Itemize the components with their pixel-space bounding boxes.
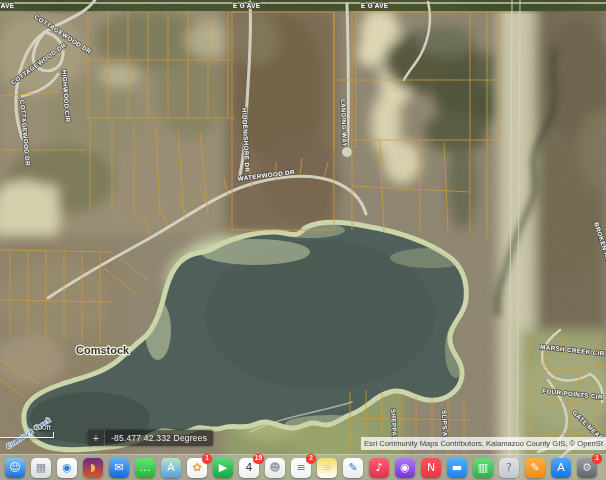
photos-glyph: ✿ bbox=[192, 462, 201, 473]
dock-mail-icon[interactable]: ✉ bbox=[109, 458, 129, 478]
scale-bar: 600ft bbox=[0, 423, 54, 438]
missing-app-glyph: ? bbox=[506, 462, 512, 473]
reminders-notification-badge: 2 bbox=[306, 454, 316, 464]
map-attribution: Esri Community Maps Contributors, Kalama… bbox=[361, 437, 606, 450]
contacts-glyph: ☻ bbox=[269, 462, 280, 473]
keynote-glyph: ▬ bbox=[452, 462, 462, 473]
coordinate-mode-button[interactable]: + bbox=[88, 430, 105, 446]
calendar-notification-badge: 19 bbox=[253, 454, 264, 464]
dock-contacts-icon[interactable]: ☻ bbox=[265, 458, 285, 478]
coordinate-readout: -85.477 42.332 Degrees bbox=[105, 430, 213, 446]
calendar-glyph: 4 bbox=[246, 462, 253, 473]
reminders-glyph: ≡ bbox=[296, 462, 305, 473]
dock-settings-icon[interactable]: ⚙1 bbox=[577, 458, 597, 478]
scale-bar-line bbox=[0, 432, 54, 438]
desktop-screen: E G AVE E G AVE E G AVE COTTAGEWOOD DR C… bbox=[0, 0, 606, 480]
dock-numbers-icon[interactable]: ▥ bbox=[473, 458, 493, 478]
dock-facetime-icon[interactable]: ▶ bbox=[213, 458, 233, 478]
facetime-glyph: ▶ bbox=[219, 462, 227, 473]
dock-news-icon[interactable]: N bbox=[421, 458, 441, 478]
messages-glyph: … bbox=[140, 462, 151, 473]
launchpad-glyph: ▦ bbox=[36, 462, 46, 473]
dock-textedit-icon[interactable]: ✎ bbox=[343, 458, 363, 478]
imagery-grain-2 bbox=[0, 0, 606, 480]
dock-photos-icon[interactable]: ✿1 bbox=[187, 458, 207, 478]
appstore-glyph: A bbox=[557, 462, 565, 473]
textedit-glyph: ✎ bbox=[348, 462, 357, 473]
dock-finder-icon[interactable]: ☺ bbox=[5, 458, 25, 478]
maps-glyph: A bbox=[167, 462, 175, 473]
dock-keynote-icon[interactable]: ▬ bbox=[447, 458, 467, 478]
firefox-glyph: ◗ bbox=[90, 462, 96, 473]
dock-messages-icon[interactable]: … bbox=[135, 458, 155, 478]
notes-glyph: ≡ bbox=[322, 462, 331, 473]
dock-missing-app-icon[interactable]: ? bbox=[499, 458, 519, 478]
dock-maps-icon[interactable]: A bbox=[161, 458, 181, 478]
dock-calendar-icon[interactable]: 419 bbox=[239, 458, 259, 478]
photos-notification-badge: 1 bbox=[202, 454, 212, 464]
music-glyph: ♪ bbox=[375, 462, 382, 473]
dock-podcasts-icon[interactable]: ◉ bbox=[395, 458, 415, 478]
dock-firefox-icon[interactable]: ◗ bbox=[83, 458, 103, 478]
dock-appstore-icon[interactable]: A bbox=[551, 458, 571, 478]
dock-music-icon[interactable]: ♪ bbox=[369, 458, 389, 478]
dock-launchpad-icon[interactable]: ▦ bbox=[31, 458, 51, 478]
map-canvas[interactable]: E G AVE E G AVE E G AVE COTTAGEWOOD DR C… bbox=[0, 0, 606, 480]
finder-glyph: ☺ bbox=[9, 462, 20, 473]
dock-pages-icon[interactable]: ✎ bbox=[525, 458, 545, 478]
dock-reminders-icon[interactable]: ≡2 bbox=[291, 458, 311, 478]
dock: ☺▦◉◗✉…A✿1▶419☻≡2≡✎♪◉N▬▥?✎A⚙1 bbox=[0, 454, 606, 480]
scale-bar-label: 600ft bbox=[0, 423, 54, 432]
numbers-glyph: ▥ bbox=[478, 462, 488, 473]
podcasts-glyph: ◉ bbox=[400, 462, 410, 473]
safari-glyph: ◉ bbox=[62, 462, 72, 473]
settings-glyph: ⚙ bbox=[582, 462, 592, 473]
pages-glyph: ✎ bbox=[530, 462, 539, 473]
dock-safari-icon[interactable]: ◉ bbox=[57, 458, 77, 478]
coordinate-widget: + -85.477 42.332 Degrees bbox=[88, 430, 213, 446]
news-glyph: N bbox=[427, 462, 435, 473]
settings-notification-badge: 1 bbox=[592, 454, 602, 464]
dock-notes-icon[interactable]: ≡ bbox=[317, 458, 337, 478]
mail-glyph: ✉ bbox=[114, 462, 123, 473]
